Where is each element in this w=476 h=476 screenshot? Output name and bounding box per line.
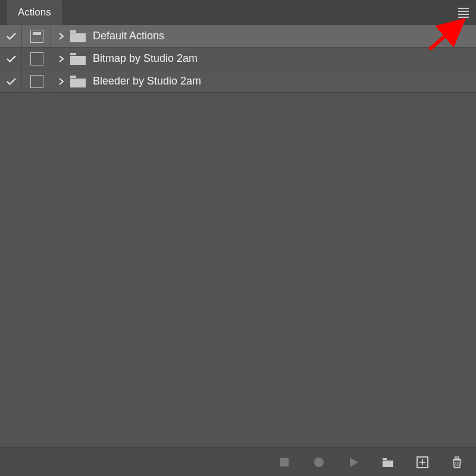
actions-list: Default Actions Bitmap by Studio 2am Ble… (0, 25, 476, 93)
divider (21, 48, 22, 70)
svg-rect-2 (280, 458, 289, 466)
actions-tab[interactable]: Actions (7, 0, 62, 25)
chevron-right-icon[interactable] (57, 32, 65, 40)
record-button[interactable] (311, 454, 327, 471)
delete-button[interactable] (449, 454, 465, 471)
checkmark-icon[interactable] (5, 77, 18, 86)
action-row[interactable]: Bleeder by Studio 2am (0, 70, 476, 93)
svg-rect-6 (383, 461, 393, 467)
hamburger-line (458, 11, 469, 12)
stop-button[interactable] (276, 454, 293, 471)
checkmark-icon[interactable] (5, 32, 18, 40)
svg-rect-5 (383, 458, 387, 460)
folder-icon (70, 53, 86, 65)
action-label: Default Actions (93, 30, 164, 42)
chevron-right-icon[interactable] (57, 77, 65, 86)
checkmark-icon[interactable] (5, 55, 18, 63)
svg-rect-11 (455, 457, 459, 459)
divider (51, 70, 51, 92)
hamburger-line (458, 14, 469, 15)
svg-line-13 (458, 462, 459, 466)
panel-header: Actions (0, 0, 476, 25)
divider (21, 70, 22, 92)
hamburger-line (458, 8, 469, 9)
actions-tab-label: Actions (18, 7, 51, 18)
hamburger-line (458, 17, 469, 18)
action-row[interactable]: Bitmap by Studio 2am (0, 48, 476, 70)
divider (51, 48, 51, 70)
action-label: Bleeder by Studio 2am (93, 75, 201, 87)
dialog-toggle-icon[interactable] (30, 30, 43, 43)
new-action-button[interactable] (414, 454, 431, 471)
folder-icon (70, 76, 86, 87)
new-set-button[interactable] (380, 454, 396, 471)
folder-icon (70, 30, 86, 42)
dialog-toggle-icon[interactable] (30, 75, 43, 88)
divider (51, 25, 51, 47)
action-label: Bitmap by Studio 2am (93, 52, 198, 65)
divider (21, 25, 22, 47)
panel-footer (0, 447, 476, 476)
action-row[interactable]: Default Actions (0, 25, 476, 48)
svg-line-12 (456, 462, 456, 466)
svg-point-3 (314, 458, 324, 467)
dialog-toggle-icon[interactable] (30, 52, 43, 65)
chevron-right-icon[interactable] (57, 55, 65, 63)
play-button[interactable] (345, 454, 362, 471)
svg-marker-4 (350, 458, 358, 467)
panel-menu-icon[interactable] (456, 5, 471, 20)
